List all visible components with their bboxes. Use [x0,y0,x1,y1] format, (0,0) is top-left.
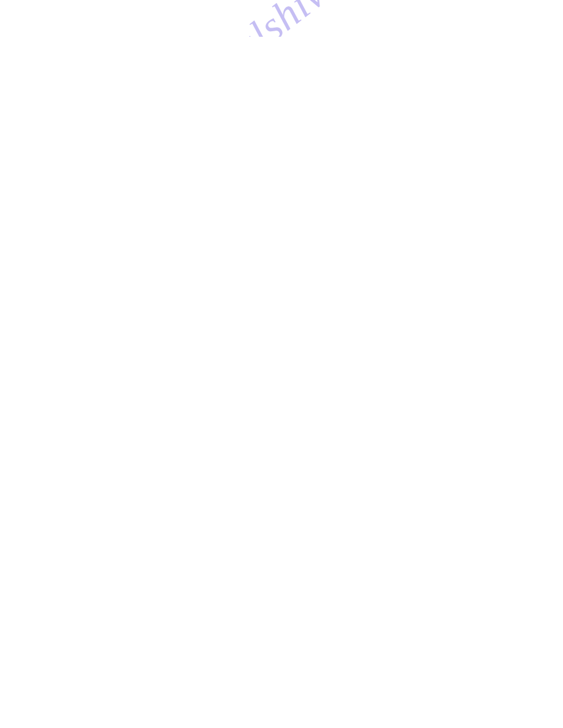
watermark: manualshive.com [148,0,415,37]
document-page: manualshive.com 05:30 Select Wi-Fi [0,0,563,37]
